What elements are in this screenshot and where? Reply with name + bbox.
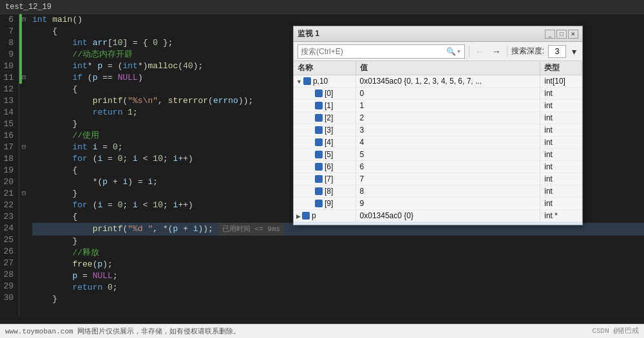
watch-name-cell: [7] — [294, 173, 355, 185]
depth-input[interactable] — [548, 45, 566, 58]
code-line: free(p); — [32, 259, 644, 270]
watch-type-cell: int — [540, 100, 582, 112]
watch-type-cell: int * — [540, 210, 582, 222]
gutter: ⊟ ⊟ ⊟ ⊟ — [19, 14, 30, 315]
watch-name-cell: ▼p,10 — [294, 75, 355, 88]
watch-titlebar: 监视 1 _ □ ✕ — [294, 26, 582, 42]
watch-name-cell: [9] — [294, 198, 355, 210]
depth-dropdown[interactable]: ▾ — [570, 46, 578, 57]
dropdown-arrow[interactable]: ▾ — [456, 48, 462, 55]
nav-forward-button[interactable]: → — [490, 46, 503, 57]
search-input[interactable] — [301, 47, 446, 56]
watch-name-cell: [5] — [294, 149, 355, 161]
maximize-button[interactable]: □ — [556, 30, 567, 39]
watch-row[interactable]: [5]5int — [294, 149, 582, 161]
collapse-icon-11[interactable]: ⊟ — [22, 72, 26, 84]
watch-window-controls: _ □ ✕ — [545, 30, 578, 39]
var-icon — [315, 151, 323, 158]
timing-badge: 已用时间 <= 9ms — [218, 223, 284, 236]
watch-type-cell: int — [540, 88, 582, 100]
var-icon — [315, 175, 323, 183]
line-numbers: 6 7 8 9 10 11 12 13 14 15 16 17 18 19 20… — [0, 14, 19, 315]
add-watch-placeholder[interactable]: 添加要监视的项 — [294, 222, 582, 225]
collapse-icon-18[interactable]: ⊟ — [22, 142, 26, 153]
watch-table[interactable]: 名称 值 类型 ▼p,100x01345ac0 {0, 1, 2, 3, 4, … — [294, 61, 582, 225]
col-header-name: 名称 — [294, 61, 355, 75]
var-icon — [302, 212, 310, 220]
watch-value-cell: 1 — [355, 100, 540, 112]
close-button[interactable]: ✕ — [568, 30, 578, 39]
watch-type-cell: int — [540, 136, 582, 149]
watch-row[interactable]: [0]0int — [294, 88, 582, 100]
watch-name-cell: [3] — [294, 124, 355, 136]
collapse-icon-22[interactable]: ⊟ — [22, 188, 26, 200]
watch-var-name: [1] — [325, 101, 333, 110]
watch-var-name: [8] — [325, 187, 333, 196]
watch-type-cell: int — [540, 185, 582, 198]
watch-value-cell: 2 — [355, 112, 540, 124]
var-icon — [315, 163, 323, 171]
watch-name-cell: [6] — [294, 161, 355, 173]
nav-back-button[interactable]: ← — [473, 46, 486, 57]
search-box[interactable]: 🔍 ▾ — [298, 44, 465, 59]
watch-value-cell: 0x01345ac0 {0, 1, 2, 3, 4, 5, 6, 7, ... — [355, 75, 540, 88]
watch-var-name: [2] — [325, 113, 333, 122]
editor-tab[interactable]: test_12_19 — [0, 0, 644, 14]
col-header-value: 值 — [355, 61, 540, 75]
watch-row[interactable]: [8]8int — [294, 185, 582, 198]
watch-var-name: [3] — [325, 126, 333, 135]
watch-var-name: [0] — [325, 89, 333, 98]
watch-row[interactable]: ▶p0x01345ac0 {0}int * — [294, 210, 582, 222]
watch-row[interactable]: [3]3int — [294, 124, 582, 136]
var-icon — [315, 138, 323, 146]
watch-var-name: [6] — [325, 162, 333, 171]
watch-type-cell: int — [540, 161, 582, 173]
code-line: } — [32, 236, 644, 247]
watch-row[interactable]: [9]9int — [294, 198, 582, 210]
watch-var-name: [5] — [325, 150, 333, 159]
watch-type-cell: int[10] — [540, 75, 582, 88]
watch-window[interactable]: 监视 1 _ □ ✕ 🔍 ▾ ← → 搜索深度: ▾ 名称 值 类型 — [293, 26, 583, 225]
var-icon — [315, 126, 323, 134]
watch-title: 监视 1 — [298, 28, 319, 39]
add-watch-row[interactable]: 添加要监视的项 — [294, 222, 582, 225]
watermark-text: www.toymoban.com 网络图片仅供展示，非存储，如有侵权请联系删除。 — [5, 326, 240, 336]
var-icon — [315, 200, 323, 207]
expand-icon[interactable]: ▼ — [296, 79, 302, 85]
watch-type-cell: int — [540, 198, 582, 210]
watch-type-cell: int — [540, 173, 582, 185]
code-line: p = NULL; — [32, 270, 644, 282]
var-icon — [315, 102, 323, 109]
watch-value-cell: 7 — [355, 173, 540, 185]
code-line: } — [32, 294, 644, 305]
watch-type-cell: int — [540, 149, 582, 161]
watch-var-name: [7] — [325, 174, 333, 183]
watch-row[interactable]: [2]2int — [294, 112, 582, 124]
var-icon — [315, 114, 323, 122]
code-line: int main() — [32, 14, 644, 26]
bottom-bar: www.toymoban.com 网络图片仅供展示，非存储，如有侵权请联系删除。… — [0, 324, 644, 338]
watch-value-cell: 3 — [355, 124, 540, 136]
minimize-button[interactable]: _ — [545, 30, 555, 39]
watch-row[interactable]: [6]6int — [294, 161, 582, 173]
watch-row[interactable]: [7]7int — [294, 173, 582, 185]
var-icon — [315, 89, 323, 97]
watch-row[interactable]: [4]4int — [294, 136, 582, 149]
watch-name-cell: ▶p — [294, 210, 355, 222]
watch-value-cell: 8 — [355, 185, 540, 198]
watch-name-cell: [1] — [294, 100, 355, 112]
code-line: return 0; — [32, 282, 644, 294]
code-line: //释放 — [32, 247, 644, 259]
watch-value-cell: 6 — [355, 161, 540, 173]
watch-row[interactable]: [1]1int — [294, 100, 582, 112]
tab-title: test_12_19 — [5, 3, 52, 12]
watch-type-cell: int — [540, 112, 582, 124]
watch-name-cell: [4] — [294, 136, 355, 149]
var-icon — [303, 77, 311, 85]
watch-var-name: [9] — [325, 199, 333, 208]
watch-value-cell: 9 — [355, 198, 540, 210]
expand-icon[interactable]: ▶ — [296, 213, 301, 220]
search-icon[interactable]: 🔍 — [446, 47, 456, 56]
collapse-icon-6[interactable]: ⊟ — [22, 14, 26, 26]
watch-row[interactable]: ▼p,100x01345ac0 {0, 1, 2, 3, 4, 5, 6, 7,… — [294, 75, 582, 88]
